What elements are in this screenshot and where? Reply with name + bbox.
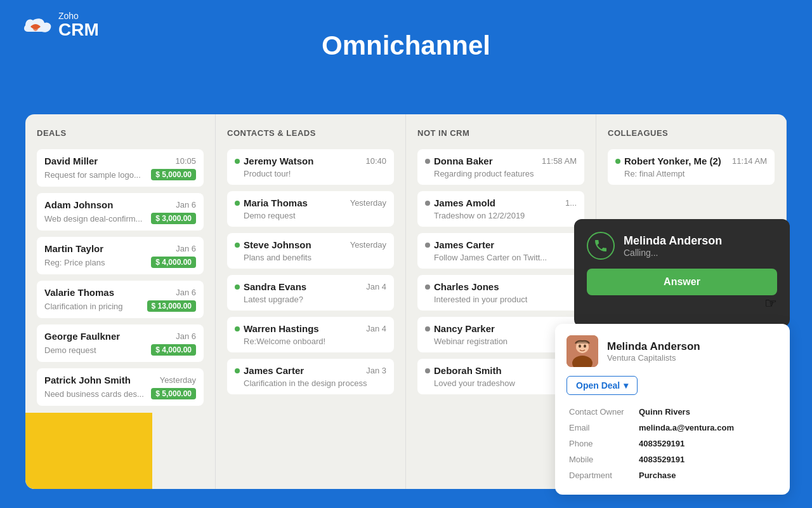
not-in-crm-name: Donna Baker: [425, 156, 493, 166]
deal-amount: $ 5,000.00: [151, 169, 196, 180]
contact-row[interactable]: Warren Hastings Jan 4 Re:Welcome onboard…: [227, 317, 394, 352]
caller-name-popup: Melinda Anderson: [624, 234, 722, 248]
deals-list: David Miller 10:05 Request for sample lo…: [37, 149, 204, 406]
contact-detail-row: Phone 4083529191: [566, 436, 778, 451]
open-deal-button[interactable]: Open Deal ▾: [566, 376, 638, 395]
chevron-down-icon: ▾: [624, 380, 628, 391]
not-in-crm-row[interactable]: James Amold 1... Tradeshow on 12/2/2019: [417, 191, 584, 227]
deal-time: Jan 6: [176, 331, 196, 341]
deal-time: Jan 6: [176, 200, 196, 210]
logo-area: Zoho CRM: [19, 11, 99, 39]
not-in-crm-time: 1...: [565, 198, 577, 208]
phone-ring-icon: [587, 232, 615, 260]
not-in-crm-desc: Tradeshow on 12/2/2019: [425, 211, 577, 220]
contact-card-header: Melinda Anderson Ventura Capitalists: [566, 335, 778, 367]
contact-dot: [235, 243, 240, 248]
contact-time: Jan 4: [366, 324, 386, 333]
contact-row[interactable]: Sandra Evans Jan 4 Latest upgrade?: [227, 275, 394, 311]
contact-detail-row: Department Purchase: [566, 467, 778, 483]
contact-desc: Latest upgrade?: [235, 295, 386, 304]
calling-info: Melinda Anderson Calling...: [624, 234, 722, 258]
colleague-desc: Re: final Attempt: [615, 169, 767, 178]
answer-button[interactable]: Answer: [587, 269, 777, 295]
contact-row[interactable]: Maria Thomas Yesterday Demo request: [227, 191, 394, 227]
contact-detail-label: Department: [566, 467, 636, 483]
calling-status: Calling...: [624, 248, 722, 258]
deal-desc: Web design deal-confirm...: [44, 214, 142, 224]
not-in-crm-name: Charles Jones: [425, 281, 499, 292]
deal-row[interactable]: Patrick John Smith Yesterday Need busine…: [37, 368, 204, 406]
contact-detail-label: Contact Owner: [566, 404, 636, 420]
colleague-time: 11:14 AM: [732, 156, 767, 166]
contact-card-name: Melinda Anderson: [607, 340, 700, 353]
deal-row[interactable]: Valarie Thomas Jan 6 Clarification in pr…: [37, 281, 204, 318]
not-in-crm-row[interactable]: James Carter Follow James Carter on Twit…: [417, 233, 584, 269]
contact-desc: Plans and benefits: [235, 253, 386, 262]
contact-detail-value: 4083529191: [636, 436, 778, 451]
contact-name: Sandra Evans: [235, 281, 306, 292]
contact-card-info: Melinda Anderson Ventura Capitalists: [607, 340, 700, 363]
deal-amount: $ 5,000.00: [151, 388, 196, 399]
contact-detail-row: Mobile 4083529191: [566, 451, 778, 467]
svg-point-4: [579, 345, 581, 348]
yellow-decoration: [25, 413, 152, 489]
colleague-row[interactable]: Robert Yonker, Me (2) 11:14 AM Re: final…: [608, 149, 775, 185]
contact-desc: Re:Welcome onboard!: [235, 337, 386, 346]
deal-time: Yesterday: [160, 375, 196, 385]
deal-time: 10:05: [175, 156, 196, 166]
not-in-crm-name: Deborah Smith: [425, 365, 502, 376]
contact-dot: [235, 326, 240, 331]
deal-name: Valarie Thomas: [44, 287, 114, 298]
deal-name: George Faulkner: [44, 331, 120, 342]
contacts-list: Jeremy Watson 10:40 Product tour! Maria …: [227, 149, 394, 394]
contact-card: Melinda Anderson Ventura Capitalists Ope…: [555, 324, 790, 495]
contact-detail-label: Mobile: [566, 451, 636, 467]
colleague-name: Robert Yonker, Me (2): [615, 156, 721, 166]
contact-row[interactable]: Jeremy Watson 10:40 Product tour!: [227, 149, 394, 185]
contact-name: Warren Hastings: [235, 323, 319, 334]
contact-time: 10:40: [365, 156, 386, 166]
not-in-crm-header: NOT IN CRM: [417, 128, 584, 138]
contact-name: Maria Thomas: [235, 197, 308, 208]
not-in-crm-desc: Follow James Carter on Twitt...: [425, 253, 577, 262]
contact-dot: [235, 368, 240, 373]
contact-time: Yesterday: [350, 198, 386, 208]
contact-dot: [425, 243, 430, 248]
contact-desc: Demo request: [235, 211, 386, 220]
calling-popup: Melinda Anderson Calling... Answer ☞: [574, 219, 790, 327]
deal-row[interactable]: Adam Johnson Jan 6 Web design deal-confi…: [37, 193, 204, 231]
not-in-crm-desc: Loved your tradeshow: [425, 378, 577, 388]
not-in-crm-desc: Interested in your product: [425, 295, 577, 304]
not-in-crm-time: 11:58 AM: [542, 156, 577, 166]
contacts-leads-header: CONTACTS & LEADS: [227, 128, 394, 138]
contact-time: Yesterday: [350, 240, 386, 250]
not-in-crm-name: Nancy Parker: [425, 323, 495, 334]
deal-amount: $ 4,000.00: [151, 344, 196, 356]
deal-time: Jan 6: [176, 244, 196, 253]
deal-amount: $ 13,000.00: [147, 300, 196, 312]
contact-card-company: Ventura Capitalists: [607, 353, 700, 363]
zoho-crm-logo-icon: [19, 13, 52, 38]
deal-row[interactable]: David Miller 10:05 Request for sample lo…: [37, 149, 204, 187]
svg-point-5: [584, 345, 586, 348]
not-in-crm-desc: Regarding product features: [425, 169, 577, 178]
contact-dot: [235, 201, 240, 206]
contact-detail-value: melinda.a@ventura.com: [636, 420, 778, 436]
cursor-icon: ☞: [764, 295, 777, 312]
contact-row[interactable]: Steve Johnson Yesterday Plans and benefi…: [227, 233, 394, 269]
contact-detail-value: Quinn Rivers: [636, 404, 778, 420]
deal-name: Adam Johnson: [44, 199, 113, 210]
not-in-crm-row[interactable]: Donna Baker 11:58 AM Regarding product f…: [417, 149, 584, 185]
contact-row[interactable]: James Carter Jan 3 Clarification in the …: [227, 359, 394, 394]
deal-row[interactable]: George Faulkner Jan 6 Demo request $ 4,0…: [37, 324, 204, 362]
contact-detail-row: Email melinda.a@ventura.com: [566, 420, 778, 436]
contacts-leads-column: CONTACTS & LEADS Jeremy Watson 10:40 Pro…: [216, 114, 406, 489]
contact-detail-value: 4083529191: [636, 451, 778, 467]
not-in-crm-row[interactable]: Charles Jones Interested in your product: [417, 275, 584, 311]
deals-header: DEALS: [37, 128, 204, 138]
deal-row[interactable]: Martin Taylor Jan 6 Reg: Price plans $ 4…: [37, 237, 204, 274]
contact-dot: [425, 284, 430, 290]
contact-detail-label: Email: [566, 420, 636, 436]
deal-name: Martin Taylor: [44, 243, 103, 254]
contact-time: Jan 4: [366, 282, 386, 291]
